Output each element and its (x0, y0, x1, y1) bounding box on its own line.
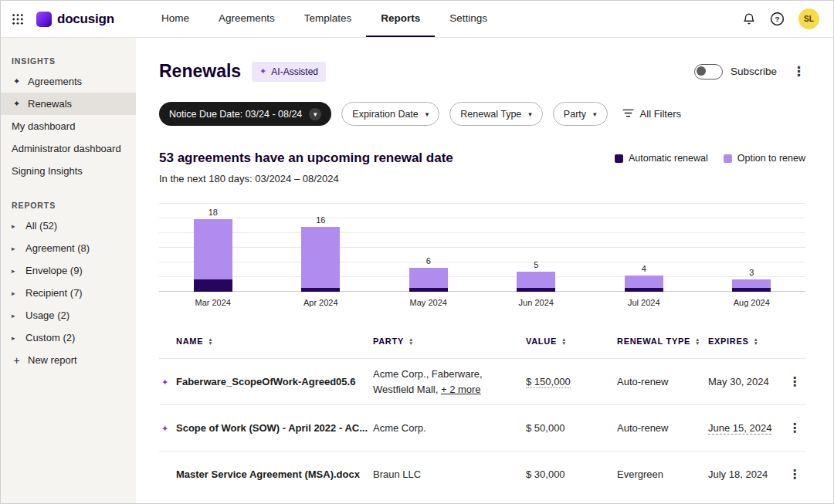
primary-nav: Home Agreements Templates Reports Settin… (147, 1, 502, 37)
nav-item-settings[interactable]: Settings (435, 1, 502, 37)
sidebar: INSIGHTS ✦ Agreements ✦ Renewals My dash… (1, 38, 136, 504)
all-filters-button[interactable]: All Filters (622, 108, 681, 120)
sidebar-item-agreement-reports[interactable]: ▸ Agreement (8) (1, 237, 136, 259)
filter-renewal-type[interactable]: Renewal Type ▾ (449, 102, 543, 126)
ai-sparkle-icon: ✦ (12, 76, 22, 86)
user-avatar[interactable]: SL (798, 8, 819, 29)
bar-jun-2024[interactable] (517, 272, 555, 292)
legend-item-option-to-renew: Option to renew (724, 153, 805, 164)
bar-total-label: 3 (749, 268, 754, 277)
agreement-name-cell[interactable]: ✦ Faberware_ScopeOfWork-Agreed05.6 (159, 376, 373, 387)
ai-assisted-badge: ✦ AI-Assisted (252, 62, 326, 82)
bar-mar-2024[interactable] (194, 219, 232, 292)
value-cell: $ 30,000 (526, 468, 617, 480)
filter-party[interactable]: Party ▾ (553, 102, 608, 126)
row-overflow-menu-icon[interactable]: ⋮ (788, 374, 805, 389)
bar-total-label: 18 (208, 208, 218, 217)
column-header-name[interactable]: NAME ▲▼ (159, 337, 373, 346)
sidebar-item-my-dashboard[interactable]: My dashboard (1, 115, 136, 137)
bar-may-2024[interactable] (409, 268, 448, 292)
agreement-name-cell[interactable]: ✦ Scope of Work (SOW) - April 2022 - AC.… (159, 422, 373, 434)
docusign-logo[interactable]: docusign (36, 12, 114, 27)
app-grid-icon[interactable] (12, 13, 24, 25)
party-cell: Acme Corp., Faberware, Westfield Mall, +… (373, 367, 526, 397)
toggle-knob (697, 66, 706, 76)
bar-total-label: 5 (534, 260, 538, 269)
chart-column: 16Apr 2024 (267, 203, 375, 307)
sidebar-item-renewals[interactable]: ✦ Renewals (1, 93, 136, 115)
column-header-value[interactable]: VALUE ▲▼ (526, 337, 617, 346)
bar-apr-2024[interactable] (301, 227, 340, 292)
filter-expiration-date[interactable]: Expiration Date ▾ (341, 102, 439, 126)
table-header-row: NAME ▲▼ PARTY ▲▼ VALUE ▲▼ RENEWAL TYPE ▲… (159, 324, 805, 358)
chart-column: 4Jul 2024 (590, 203, 698, 307)
sidebar-item-custom-reports[interactable]: ▸ Custom (2) (1, 326, 136, 349)
topbar: docusign Home Agreements Templates Repor… (1, 1, 833, 38)
subscribe-toggle[interactable] (694, 64, 723, 79)
legend-item-automatic-renewal: Automatic renewal (615, 153, 708, 164)
column-header-renewal-type[interactable]: RENEWAL TYPE ▲▼ (617, 337, 708, 346)
page-overflow-menu-icon[interactable]: ⋮ (792, 65, 805, 78)
chevron-down-icon: ▾ (593, 110, 597, 118)
nav-item-reports[interactable]: Reports (366, 1, 435, 37)
table-row: ✦ Faberware_ScopeOfWork-Agreed05.6 Acme … (159, 358, 805, 404)
sidebar-item-signing-insights[interactable]: Signing Insights (1, 160, 136, 182)
bar-segment-automatic-renewal (625, 288, 663, 292)
table-row: Master Service Agreement (MSA).docx Brau… (159, 451, 805, 497)
bar-segment-option-to-renew (194, 219, 232, 279)
bar-jul-2024[interactable] (625, 276, 663, 292)
nav-item-agreements[interactable]: Agreements (204, 1, 290, 37)
sort-icon[interactable]: ▲▼ (754, 337, 759, 345)
sidebar-section-reports: REPORTS (1, 194, 136, 215)
party-cell: Acme Corp. (373, 421, 526, 436)
renewals-bar-chart: 18Mar 202416Apr 20246May 20245Jun 20244J… (159, 203, 805, 307)
page-title: Renewals (159, 61, 241, 82)
expires-cell: July 18, 2024 (708, 468, 785, 480)
sidebar-item-administrator-dashboard[interactable]: Administrator dashboard (1, 137, 136, 160)
sort-icon[interactable]: ▲▼ (561, 337, 567, 345)
summary-title: 53 agreements have an upcoming renewal d… (159, 151, 453, 166)
nav-item-home[interactable]: Home (147, 1, 204, 37)
legend-swatch (724, 154, 732, 163)
bar-segment-option-to-renew (301, 227, 340, 287)
bar-month-label: Apr 2024 (303, 298, 338, 307)
chevron-down-icon: ▾ (309, 108, 321, 120)
chevron-down-icon: ▾ (425, 110, 429, 118)
filter-notice-due-date[interactable]: Notice Due Date: 03/24 - 08/24 ▾ (159, 102, 331, 126)
bar-total-label: 6 (426, 256, 431, 266)
column-header-party[interactable]: PARTY ▲▼ (373, 337, 526, 346)
bar-aug-2024[interactable] (732, 279, 771, 292)
column-header-expires[interactable]: EXPIRES ▲▼ (708, 337, 785, 346)
plus-icon: + (12, 354, 22, 367)
party-cell: Braun LLC (373, 467, 526, 482)
sort-icon[interactable]: ▲▼ (695, 337, 700, 345)
renewal-type-cell: Auto-renew (617, 376, 708, 387)
sidebar-item-recipient-reports[interactable]: ▸ Recipient (7) (1, 282, 136, 304)
sort-icon[interactable]: ▲▼ (208, 337, 213, 345)
chart-legend: Automatic renewal Option to renew (615, 151, 805, 164)
row-overflow-menu-icon[interactable]: ⋮ (788, 421, 805, 435)
nav-item-templates[interactable]: Templates (290, 1, 367, 37)
sidebar-item-all-reports[interactable]: ▸ All (52) (1, 215, 136, 237)
chevron-down-icon: ▾ (528, 110, 532, 118)
chevron-right-icon: ▸ (12, 334, 19, 342)
sidebar-item-envelope-reports[interactable]: ▸ Envelope (9) (1, 259, 136, 282)
ai-sparkle-icon: ✦ (161, 423, 168, 433)
sort-icon[interactable]: ▲▼ (409, 337, 414, 345)
agreement-name-cell[interactable]: Master Service Agreement (MSA).docx (159, 468, 373, 480)
sidebar-item-agreements[interactable]: ✦ Agreements (1, 70, 136, 93)
row-overflow-menu-icon[interactable]: ⋮ (788, 467, 805, 482)
sidebar-item-usage-reports[interactable]: ▸ Usage (2) (1, 304, 136, 326)
help-icon[interactable]: ? (770, 12, 785, 26)
notifications-bell-icon[interactable] (742, 12, 756, 26)
bar-total-label: 16 (316, 215, 325, 225)
main-content: Renewals ✦ AI-Assisted Subscribe ⋮ Notic… (136, 38, 833, 504)
ai-sparkle-icon: ✦ (12, 99, 22, 109)
sidebar-item-new-report[interactable]: + New report (1, 349, 136, 371)
bar-month-label: Jun 2024 (519, 298, 554, 307)
chevron-right-icon: ▸ (12, 267, 19, 275)
expires-cell: May 30, 2024 (708, 376, 785, 387)
party-more-link[interactable]: + 2 more (441, 384, 481, 395)
bar-month-label: May 2024 (410, 298, 447, 307)
value-cell: $ 150,000 (526, 376, 617, 387)
